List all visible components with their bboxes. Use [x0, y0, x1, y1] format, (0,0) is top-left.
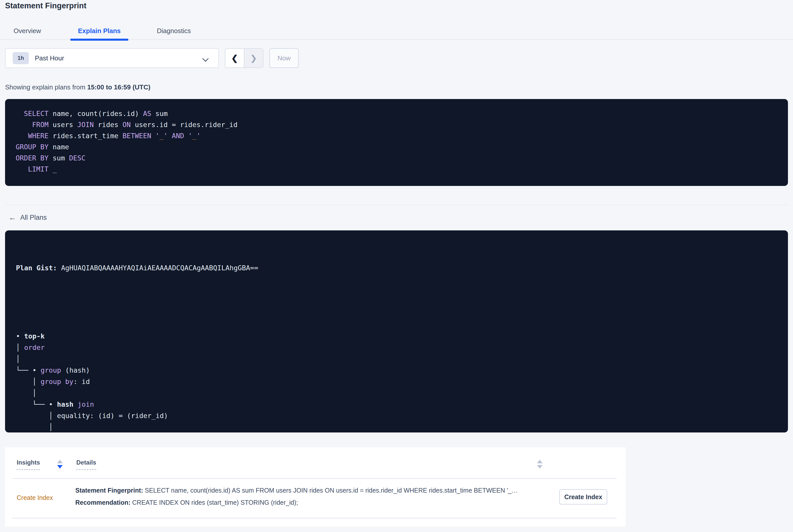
tab-explain-plans[interactable]: Explain Plans [70, 22, 128, 39]
insights-column-header[interactable]: Insights [17, 459, 40, 470]
all-plans-label: All Plans [20, 214, 47, 222]
showing-range-text: Showing explain plans from 15:00 to 16:5… [5, 83, 150, 91]
plan-gist-value: AgHUAQIABQAAAAHYAQIAiAEAAAADCQACAgAABQIL… [61, 264, 258, 272]
now-button[interactable]: Now [269, 48, 299, 68]
code-line: ORDER BY sum DESC [16, 153, 788, 164]
code-line: │ [16, 353, 788, 364]
details-column-header[interactable]: Details [76, 459, 96, 470]
code-line: LIMIT _ [16, 164, 788, 175]
statement-fingerprint-line: Statement Fingerprint: SELECT name, coun… [75, 484, 552, 496]
page-title: Statement Fingerprint [5, 0, 87, 11]
code-line: │ order [16, 342, 788, 353]
plan-gist-line: Plan Gist: AgHUAQIABQAAAAHYAQIAiAEAAAADC… [16, 262, 788, 273]
sort-up-arrow-icon [537, 460, 543, 463]
code-line: SELECT name, count(rides.id) AS sum [16, 108, 788, 119]
tab-bar: Overview Explain Plans Diagnostics [0, 22, 793, 40]
plan-gist-block: Plan Gist: AgHUAQIABQAAAAHYAQIAiAEAAAADC… [5, 230, 788, 433]
all-plans-link[interactable]: ← All Plans [8, 213, 47, 222]
insight-type-link[interactable]: Create Index [17, 494, 53, 501]
time-range-badge: 1h [13, 52, 29, 64]
time-range-dropdown[interactable]: 1h Past Hour [5, 48, 219, 68]
code-line: │ [16, 387, 788, 399]
section-divider [5, 205, 788, 205]
time-range-label: Past Hour [35, 54, 64, 62]
sort-details-icon[interactable] [537, 460, 543, 469]
sort-up-arrow-icon [57, 460, 63, 463]
sql-statement-block: SELECT name, count(rides.id) AS sum FROM… [5, 99, 788, 186]
insights-table: Insights Details Create Index Statement … [5, 448, 626, 527]
code-line: GROUP BY name [16, 141, 788, 153]
showing-range-prefix: Showing explain plans from [5, 83, 87, 91]
chevron-down-icon [202, 55, 208, 62]
blank-line [16, 296, 788, 308]
code-line: │ group by: id [16, 376, 788, 387]
insight-details-cell: Statement Fingerprint: SELECT name, coun… [75, 484, 552, 509]
back-arrow-icon: ← [8, 213, 16, 222]
sort-down-arrow-icon [537, 465, 543, 469]
previous-range-button[interactable]: ❮ [225, 49, 244, 68]
chevron-left-icon: ❮ [231, 53, 238, 63]
tab-diagnostics[interactable]: Diagnostics [148, 22, 200, 39]
table-header-divider [12, 478, 617, 479]
plan-tree: • top-k│ order│└── • group (hash) │ grou… [16, 330, 788, 433]
time-range-arrows: ❮ ❯ [225, 48, 263, 68]
sort-down-arrow-icon [57, 465, 63, 469]
code-line: WHERE rides.start_time BETWEEN '_' AND '… [16, 130, 788, 141]
create-index-button[interactable]: Create Index [559, 489, 607, 505]
code-line: • top-k [16, 330, 788, 342]
code-line: └── • group (hash) [16, 364, 788, 376]
code-line: └── • hash join [16, 399, 788, 410]
recommendation-line: Recommendation: CREATE INDEX ON rides (s… [75, 496, 552, 509]
code-line: │ equality: (id) = (rider_id) [16, 410, 788, 421]
plan-gist-label: Plan Gist: [16, 264, 61, 272]
code-line: │ [16, 421, 788, 433]
chevron-right-icon: ❯ [250, 53, 257, 63]
next-range-button[interactable]: ❯ [244, 49, 263, 68]
table-row-divider [12, 518, 617, 518]
sort-insights-icon[interactable] [57, 460, 63, 469]
code-line: FROM users JOIN rides ON users.id = ride… [16, 119, 788, 130]
tab-overview[interactable]: Overview [6, 22, 49, 39]
showing-range-value: 15:00 to 16:59 (UTC) [87, 83, 150, 91]
